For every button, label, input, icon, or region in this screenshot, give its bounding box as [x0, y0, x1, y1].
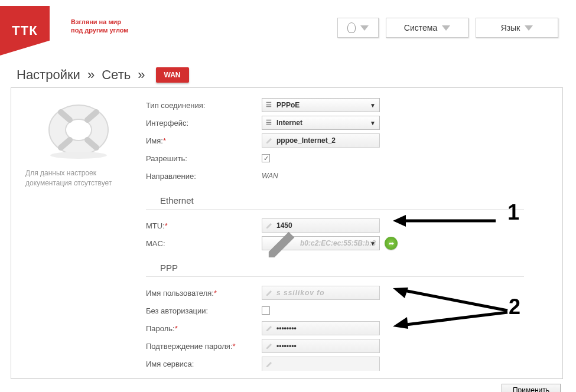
apply-button[interactable]: Применить [502, 384, 561, 392]
crumb-tab-wan[interactable]: WAN [156, 67, 189, 83]
form-area: Тип соединения: ☰ PPPoE ▼ Интерфейс: ☰ I… [135, 97, 552, 374]
name-input[interactable]: pppoe_Internet_2 [262, 133, 380, 148]
username-label: Имя пользователя:* [146, 289, 262, 298]
tagline-line2: под другим углом [71, 27, 128, 34]
tagline-line1: Взгляни на мир [71, 18, 121, 25]
header: ТТК Взгляни на мир под другим углом Сист… [0, 0, 576, 55]
help-text: Для данных настроек документация отсутст… [22, 168, 135, 188]
chevron-down-icon: ▼ [370, 102, 376, 109]
allow-checkbox[interactable]: ✓ [262, 154, 270, 162]
lifebuoy-icon [40, 97, 117, 162]
username-input[interactable]: s ssilikov fo [262, 286, 380, 300]
ppp-section-title: PPP [146, 254, 524, 277]
tagline: Взгляни на мир под другим углом [68, 6, 151, 35]
system-label: Система [404, 23, 437, 32]
crumb-settings[interactable]: Настройки » [17, 67, 95, 83]
pencil-icon [266, 226, 300, 260]
direction-label: Направление: [146, 172, 262, 181]
bulb-icon [347, 22, 356, 33]
password-confirm-input[interactable]: •••••••• [262, 339, 380, 353]
password-input[interactable]: •••••••• [262, 321, 380, 335]
list-icon: ☰ [266, 102, 273, 109]
pencil-icon [266, 361, 273, 368]
noauth-checkbox[interactable] [262, 306, 270, 315]
mtu-label: MTU:* [146, 221, 262, 230]
chevron-down-icon: ▼ [370, 240, 376, 247]
hints-dropdown[interactable] [337, 18, 379, 38]
interface-label: Интерфейс: [146, 119, 262, 128]
pencil-icon [266, 137, 273, 144]
logo-wrap: ТТК [0, 6, 68, 55]
allow-label: Разрешить: [146, 154, 262, 163]
pencil-icon [266, 342, 273, 349]
brand-logo: ТТК [0, 6, 50, 55]
service-input[interactable] [262, 357, 380, 371]
chevron-down-icon: ▼ [370, 120, 376, 126]
settings-panel: Для данных настроек документация отсутст… [11, 87, 563, 379]
top-buttons: Система Язык [337, 6, 558, 38]
password-confirm-label: Подтверждение пароля:* [146, 342, 262, 351]
interface-select[interactable]: ☰ Internet ▼ [262, 116, 380, 130]
side-help: Для данных настроек документация отсутст… [22, 97, 135, 374]
breadcrumb: Настройки » Сеть » WAN [0, 55, 576, 84]
svg-point-2 [50, 152, 107, 159]
pencil-icon [266, 289, 273, 296]
service-label: Имя сервиса: [146, 360, 262, 368]
footer-bar: Применить [0, 379, 576, 392]
chevron-down-icon [360, 25, 369, 31]
chevron-down-icon [442, 25, 450, 31]
password-label: Пароль:* [146, 324, 262, 333]
mac-clone-button[interactable]: ➦ [385, 237, 398, 250]
mac-select[interactable]: b0:c2:EC:ec:55:5B:b:8 ▼ [262, 236, 380, 250]
list-icon: ☰ [266, 119, 273, 126]
crumb-network[interactable]: Сеть » [102, 67, 145, 83]
language-dropdown[interactable]: Язык [476, 18, 558, 38]
noauth-label: Без авторизации: [146, 306, 262, 315]
conn-type-label: Тип соединения: [146, 101, 262, 110]
pencil-icon [266, 325, 273, 332]
system-dropdown[interactable]: Система [386, 18, 468, 38]
name-label: Имя:* [146, 136, 262, 145]
mac-label: MAC: [146, 239, 262, 248]
chevron-down-icon [525, 25, 533, 31]
language-label: Язык [501, 23, 520, 32]
ethernet-section-title: Ethernet [146, 187, 524, 210]
direction-value: WAN [262, 172, 278, 180]
conn-type-select[interactable]: ☰ PPPoE ▼ [262, 98, 380, 112]
